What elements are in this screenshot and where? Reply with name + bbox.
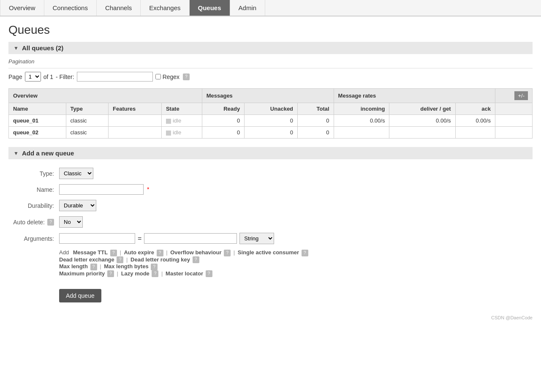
link-single-active-consumer[interactable]: Single active consumer (238, 249, 299, 256)
link-dead-letter-exchange[interactable]: Dead letter exchange (59, 256, 114, 263)
name-label: Name: (8, 186, 59, 193)
name-control: * (59, 184, 149, 195)
arguments-label: Arguments: (8, 235, 59, 242)
nav-overview[interactable]: Overview (0, 0, 44, 16)
queue-deliver-get (389, 127, 455, 139)
type-label: Type: (8, 170, 59, 177)
page-label: Page (8, 74, 22, 80)
regex-checkbox[interactable] (155, 74, 161, 79)
nav-queues[interactable]: Queues (190, 0, 230, 16)
args-val-input[interactable] (144, 233, 237, 244)
queue-state: idle (161, 115, 202, 127)
link-overflow-behaviour[interactable]: Overflow behaviour (170, 249, 221, 256)
regex-help-icon[interactable]: ? (183, 74, 190, 80)
queue-features (109, 127, 162, 139)
message-ttl-help[interactable]: ? (110, 250, 117, 256)
col-state: State (161, 103, 202, 115)
sep7: | (161, 270, 163, 277)
col-empty (495, 103, 532, 115)
page-title: Queues (8, 23, 533, 37)
link-lazy-mode[interactable]: Lazy mode (121, 270, 150, 277)
auto-expire-help[interactable]: ? (157, 250, 163, 256)
auto-delete-help-icon[interactable]: ? (47, 219, 54, 226)
queue-incoming: 0.00/s (334, 115, 389, 127)
table-row: queue_02 classic idle 0 0 0 (9, 127, 533, 139)
max-length-bytes-help[interactable]: ? (151, 264, 158, 270)
dead-letter-routing-help[interactable]: ? (193, 256, 199, 263)
pagination-label: Pagination (8, 58, 533, 65)
nav-admin[interactable]: Admin (230, 0, 266, 16)
pagination-row: Page 1 of 1 - Filter: Regex ? (8, 72, 533, 82)
sep4: | (126, 256, 128, 263)
filter-input[interactable] (77, 72, 153, 82)
of-label: of 1 (43, 74, 53, 80)
all-queues-section-header: ▼ All queues (2) (8, 42, 533, 54)
col-ack: ack (455, 103, 495, 115)
single-consumer-help[interactable]: ? (302, 250, 308, 256)
queue-deliver-get: 0.00/s (389, 115, 455, 127)
nav-channels[interactable]: Channels (97, 0, 141, 16)
queue-name[interactable]: queue_01 (9, 115, 66, 127)
top-navigation: Overview Connections Channels Exchanges … (0, 0, 541, 16)
queue-type: classic (66, 115, 108, 127)
col-incoming: incoming (334, 103, 389, 115)
args-type-select[interactable]: StringNumberBoolean (239, 233, 274, 244)
max-priority-help[interactable]: ? (107, 270, 114, 277)
table-group-header: Overview Messages Message rates +/- (9, 89, 533, 103)
link-auto-expire[interactable]: Auto expire (124, 249, 154, 256)
type-control: ClassicQuorumStream (59, 168, 93, 179)
queue-incoming (334, 127, 389, 139)
link-max-length[interactable]: Max length (59, 263, 88, 270)
add-queue-button[interactable]: Add queue (59, 289, 101, 302)
add-queue-section-header: ▼ Add a new queue (8, 147, 533, 159)
link-master-locator[interactable]: Master locator (166, 270, 203, 277)
nav-exchanges[interactable]: Exchanges (141, 0, 189, 16)
arguments-row: Arguments: = StringNumberBoolean (8, 233, 533, 244)
sep3: | (234, 249, 235, 256)
col-type: Type (66, 103, 108, 115)
durability-row: Durability: DurableTransient (8, 200, 533, 211)
args-key-input[interactable] (59, 233, 135, 244)
col-name: Name (9, 103, 66, 115)
overflow-help[interactable]: ? (224, 250, 231, 256)
table-col-headers: Name Type Features State Ready Unacked T… (9, 103, 533, 115)
master-locator-help[interactable]: ? (206, 270, 212, 277)
nav-connections[interactable]: Connections (44, 0, 97, 16)
plus-minus-button[interactable]: +/- (514, 91, 528, 100)
auto-delete-label-group: Auto delete: ? (8, 219, 59, 226)
queue-extra (495, 115, 532, 127)
dead-letter-exchange-help[interactable]: ? (117, 256, 123, 263)
queue-ack (455, 127, 495, 139)
col-features: Features (109, 103, 162, 115)
link-message-ttl[interactable]: Message TTL (73, 249, 108, 256)
pagination-section: Pagination Page 1 of 1 - Filter: Regex ? (8, 58, 533, 82)
auto-delete-control: NoYes (59, 216, 83, 228)
name-input[interactable] (59, 184, 144, 195)
type-row: Type: ClassicQuorumStream (8, 168, 533, 179)
queue-features (109, 115, 162, 127)
col-total: Total (298, 103, 334, 115)
link-max-length-bytes[interactable]: Max length bytes (104, 263, 148, 270)
queue-extra (495, 127, 532, 139)
add-queue-form: Type: ClassicQuorumStream Name: * Durabi… (8, 163, 533, 307)
sep1: | (120, 249, 121, 256)
lazy-mode-help[interactable]: ? (152, 270, 158, 277)
sep6: | (117, 270, 118, 277)
link-dead-letter-routing-key[interactable]: Dead letter routing key (130, 256, 190, 263)
queue-type: classic (66, 127, 108, 139)
type-select[interactable]: ClassicQuorumStream (59, 168, 93, 179)
page-select[interactable]: 1 (25, 72, 41, 82)
auto-delete-select[interactable]: NoYes (59, 216, 83, 228)
durability-select[interactable]: DurableTransient (59, 200, 96, 211)
add-label: Add (59, 249, 69, 256)
queue-name[interactable]: queue_02 (9, 127, 66, 139)
max-length-help[interactable]: ? (90, 264, 97, 270)
link-maximum-priority[interactable]: Maximum priority (59, 270, 105, 277)
regex-label[interactable]: Regex (155, 74, 179, 80)
col-ready: Ready (202, 103, 244, 115)
queue-state: idle (161, 127, 202, 139)
all-queues-arrow[interactable]: ▼ (14, 45, 19, 51)
auto-delete-row: Auto delete: ? NoYes (8, 216, 533, 228)
all-queues-label: All queues (2) (22, 44, 63, 52)
add-queue-arrow[interactable]: ▼ (14, 150, 19, 156)
